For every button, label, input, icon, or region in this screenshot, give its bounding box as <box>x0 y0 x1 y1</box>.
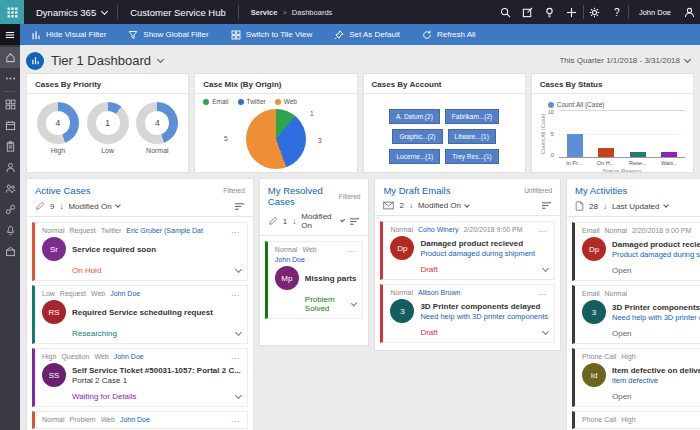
sidebar-item-social-profiles[interactable] <box>0 199 20 220</box>
stream-item[interactable]: EmailNormal2/20/2018 9:00 PM…DpDamaged p… <box>572 222 700 281</box>
search-button[interactable] <box>495 0 517 24</box>
bar-researching[interactable] <box>630 152 646 157</box>
chevron-down-icon[interactable] <box>235 266 242 273</box>
account-tag[interactable]: A. Datum (2) <box>389 109 440 124</box>
bar-on-hold[interactable] <box>598 148 614 157</box>
stream-item[interactable]: HighQuestionWebJohn Doe…SSSelf Service T… <box>32 348 248 407</box>
account-tag[interactable]: Trey Res...(1) <box>445 149 499 164</box>
refresh-all-button[interactable]: Refresh All <box>411 24 487 45</box>
stream-item[interactable]: NormalWebJohn Doe…MpMissing partsProblem… <box>265 241 364 319</box>
stream-settings-icon[interactable] <box>349 217 360 226</box>
bar-waiting[interactable] <box>661 152 677 157</box>
breadcrumb-page[interactable]: Dashboards <box>292 8 332 17</box>
pie-chart[interactable]: 1 3 5 <box>195 107 356 173</box>
item-more-button[interactable]: … <box>231 225 241 235</box>
account-tag[interactable]: Lucerne...(1) <box>389 149 440 164</box>
item-owner-link[interactable]: John Doe <box>120 416 150 423</box>
user-name[interactable]: John Doe <box>629 8 678 17</box>
stream-settings-icon[interactable] <box>234 202 245 211</box>
item-more-button[interactable]: … <box>538 287 548 297</box>
item-owner-link[interactable]: John Doe <box>110 290 140 297</box>
stream-item[interactable]: NormalRequestTwitterEric Gruber (Sample … <box>32 222 248 281</box>
item-owner-link[interactable]: Coho Winery <box>418 226 458 233</box>
stream-item[interactable]: EmailNormal…33D Printer components delay… <box>572 285 700 344</box>
pie[interactable] <box>246 109 306 169</box>
set-as-default-button[interactable]: Set As Default <box>323 24 411 45</box>
user-menu-button[interactable] <box>678 0 700 24</box>
sidebar-item-cases[interactable] <box>0 136 20 157</box>
stream-item[interactable]: Phone CallHigh…IdItem defective on deliv… <box>572 348 700 407</box>
donut-high[interactable]: 4 High <box>37 102 79 154</box>
item-more-button[interactable]: … <box>538 224 548 234</box>
sort-direction-icon[interactable]: ↓ <box>603 202 607 211</box>
sidebar-item-home[interactable] <box>0 47 20 68</box>
stream-item[interactable]: NormalAllison Brown…33D Printer componen… <box>380 284 555 343</box>
donut-low[interactable]: 1 Low <box>87 102 129 154</box>
item-more-button[interactable]: … <box>231 351 241 361</box>
show-global-filter-button[interactable]: Show Global Filter <box>117 24 219 45</box>
sort-direction-icon[interactable]: ↓ <box>409 201 413 210</box>
breadcrumb-section[interactable]: Service <box>251 8 278 17</box>
quick-create-button[interactable] <box>517 0 539 24</box>
sidebar-item-knowledge-articles[interactable] <box>0 241 20 262</box>
chevron-down-icon[interactable] <box>542 265 549 272</box>
sort-field-dropdown[interactable]: Modified On <box>418 201 469 210</box>
stream-item[interactable]: Phone CallHigh… <box>572 411 700 429</box>
chevron-down-icon[interactable] <box>542 328 549 335</box>
dashboard-selector-chevron-icon[interactable] <box>157 56 164 63</box>
item-subtitle-link[interactable]: Product damaged during shipment <box>420 249 548 258</box>
item-subtitle-link[interactable]: Need help with 3D printer components <box>612 313 700 322</box>
app-name-menu[interactable]: Dynamics 365 <box>24 7 117 18</box>
sort-direction-icon[interactable]: ↓ <box>59 202 63 211</box>
chevron-down-icon[interactable] <box>235 392 242 399</box>
stream-title[interactable]: My Draft Emails <box>383 185 450 196</box>
stream-title[interactable]: Active Cases <box>35 185 90 196</box>
account-tag[interactable]: Fabrikam...(2) <box>445 109 499 124</box>
sort-field-dropdown[interactable]: Modified On <box>68 202 119 211</box>
sidebar-item-queues[interactable] <box>0 220 20 241</box>
add-button[interactable] <box>561 0 583 24</box>
item-more-button[interactable]: … <box>231 288 241 298</box>
bar-in-progress[interactable] <box>567 134 583 157</box>
stream-title[interactable]: My Resolved Cases <box>268 185 339 207</box>
app-launcher-button[interactable] <box>0 0 24 24</box>
item-more-button[interactable]: … <box>346 244 356 254</box>
chevron-down-icon[interactable] <box>235 329 242 336</box>
stream-item[interactable]: NormalProblemWebJohn Doe… <box>32 411 248 429</box>
suggestions-button[interactable] <box>539 0 561 24</box>
sidebar-item-accounts[interactable] <box>0 157 20 178</box>
switch-to-tile-view-button[interactable]: Switch to Tile View <box>220 24 324 45</box>
stream-settings-icon[interactable] <box>541 201 552 210</box>
help-button[interactable]: ? <box>606 0 628 24</box>
sort-direction-icon[interactable]: ↓ <box>292 217 296 226</box>
hub-name[interactable]: Customer Service Hub <box>118 7 238 18</box>
item-owner-link[interactable]: John Doe <box>114 353 144 360</box>
settings-button[interactable] <box>584 0 606 24</box>
item-owner-link[interactable]: Eric Gruber (Sample Dat <box>126 227 203 234</box>
item-subtitle-link[interactable]: Product damaged during shipment <box>612 250 700 259</box>
stream-item[interactable]: LowRequestWebJohn Doe…RSRequired Service… <box>32 285 248 344</box>
sidebar-item-activities[interactable] <box>0 115 20 136</box>
quick-create-icon <box>522 7 533 18</box>
stream-item[interactable]: NormalCoho Winery2/20/2018 9:00 PM…DpDam… <box>380 221 555 280</box>
sidebar-item-dashboards[interactable] <box>0 94 20 115</box>
add-icon <box>566 7 577 18</box>
settings-gear-icon <box>589 7 600 18</box>
item-owner-link[interactable]: John Doe <box>275 256 305 263</box>
time-range-selector[interactable]: This Quarter 1/1/2018 - 3/31/2018 <box>559 56 694 65</box>
chevron-down-icon[interactable] <box>351 300 358 307</box>
sort-field-dropdown[interactable]: Modified On <box>301 212 344 230</box>
item-more-button[interactable]: … <box>231 414 241 424</box>
donut-normal[interactable]: 4 Normal <box>136 102 178 154</box>
sidebar-item-contacts[interactable] <box>0 178 20 199</box>
item-subtitle-link[interactable]: Need help with 3D printer components <box>420 312 548 321</box>
account-tag[interactable]: Graphic...(2) <box>392 129 442 144</box>
sort-field-dropdown[interactable]: Last Updated <box>612 202 668 211</box>
hide-visual-filter-button[interactable]: Hide Visual Filter <box>20 24 117 45</box>
account-tag[interactable]: Litware...(1) <box>448 129 496 144</box>
item-subtitle-link[interactable]: item defective <box>612 376 700 385</box>
sidebar-item-recent[interactable] <box>0 68 20 89</box>
item-owner-link[interactable]: Allison Brown <box>418 289 460 296</box>
menu-toggle-button[interactable] <box>0 24 20 45</box>
stream-title[interactable]: My Activities <box>575 185 627 196</box>
